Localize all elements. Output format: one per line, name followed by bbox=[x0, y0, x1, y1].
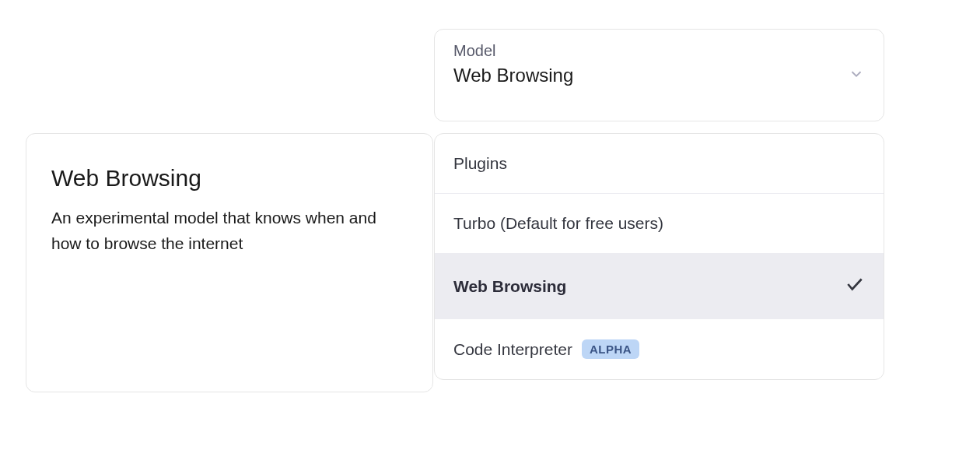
model-info-card: Web Browsing An experimental model that … bbox=[26, 133, 433, 392]
dropdown-option-label: Web Browsing bbox=[453, 277, 566, 296]
model-dropdown: Plugins Turbo (Default for free users) W… bbox=[434, 133, 884, 380]
chevron-down-icon bbox=[848, 65, 865, 86]
dropdown-option-turbo[interactable]: Turbo (Default for free users) bbox=[435, 194, 884, 254]
dropdown-option-label: Plugins bbox=[453, 154, 507, 173]
model-info-title: Web Browsing bbox=[51, 165, 408, 192]
model-selector-value: Web Browsing bbox=[453, 65, 865, 86]
dropdown-option-label: Code Interpreter bbox=[453, 340, 572, 359]
model-info-description: An experimental model that knows when an… bbox=[51, 206, 408, 256]
dropdown-option-plugins[interactable]: Plugins bbox=[435, 134, 884, 194]
model-selector[interactable]: Model Web Browsing bbox=[434, 29, 884, 121]
alpha-badge: ALPHA bbox=[582, 339, 639, 359]
check-icon bbox=[845, 274, 865, 298]
model-selector-label: Model bbox=[453, 42, 865, 60]
dropdown-option-code-interpreter[interactable]: Code Interpreter ALPHA bbox=[435, 319, 884, 379]
dropdown-option-web-browsing[interactable]: Web Browsing bbox=[435, 254, 884, 319]
dropdown-option-label: Turbo (Default for free users) bbox=[453, 214, 663, 233]
